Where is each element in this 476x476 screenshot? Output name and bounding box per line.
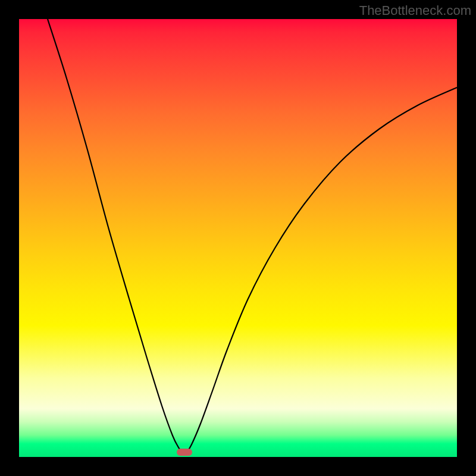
curve-left bbox=[48, 19, 182, 452]
curve-svg bbox=[19, 19, 457, 457]
watermark-text: TheBottleneck.com bbox=[359, 3, 471, 18]
minimum-marker bbox=[177, 449, 192, 456]
chart-frame: TheBottleneck.com bbox=[0, 0, 476, 476]
plot-area bbox=[19, 19, 457, 457]
curve-right bbox=[187, 87, 457, 452]
